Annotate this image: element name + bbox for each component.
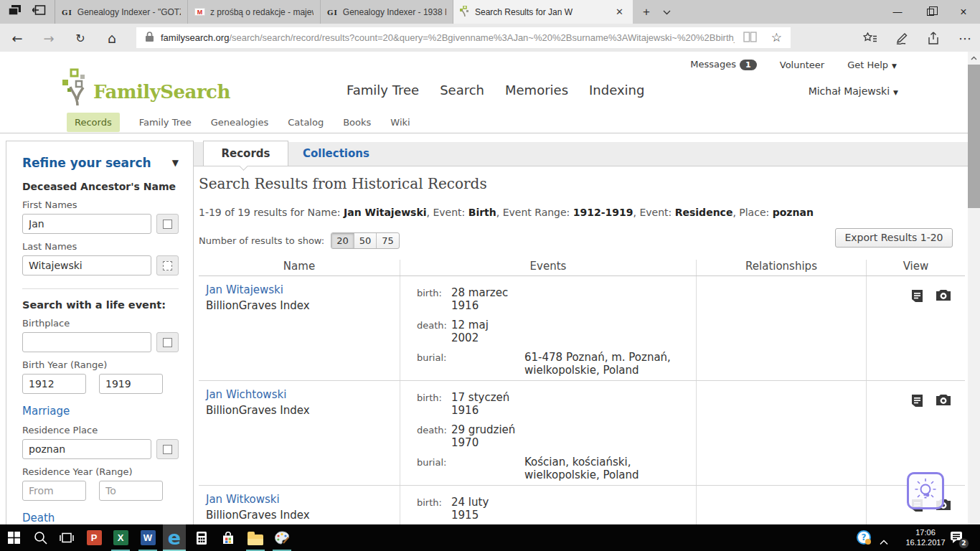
per-page-50[interactable]: 50 — [354, 233, 377, 248]
residence-place-exact-checkbox[interactable] — [156, 439, 179, 459]
taskbar-powerpoint-icon[interactable]: P — [85, 524, 103, 551]
tab-gmail[interactable]: M z prośbą o redakcje - majew — [188, 0, 321, 24]
nav-indexing[interactable]: Indexing — [589, 83, 644, 98]
birthplace-exact-checkbox[interactable] — [156, 332, 179, 352]
scrollbar-thumb[interactable] — [968, 65, 980, 208]
familysearch-favicon — [460, 6, 470, 19]
web-note-pen-icon[interactable] — [894, 30, 910, 46]
tab-preview-chevron-icon[interactable] — [663, 8, 671, 17]
result-name-link[interactable]: Jan Witajewski — [206, 283, 395, 296]
per-page-options: 20 50 75 — [331, 232, 400, 249]
residence-year-to-input[interactable] — [99, 481, 163, 501]
taskbar-calculator-icon[interactable] — [192, 524, 211, 551]
marriage-link[interactable]: Marriage — [22, 405, 179, 418]
task-view-icon[interactable] — [57, 524, 76, 551]
view-record-icon[interactable] — [910, 289, 924, 306]
volunteer-link[interactable]: Volunteer — [780, 60, 824, 70]
nav-family-tree[interactable]: Family Tree — [347, 83, 419, 98]
familysearch-logo[interactable]: FamilySearch — [62, 67, 230, 106]
nav-search[interactable]: Search — [440, 83, 484, 98]
tray-clock[interactable]: 17:06 16.12.2017 — [898, 528, 953, 547]
death-link[interactable]: Death — [22, 512, 179, 524]
taskbar-store-icon[interactable] — [219, 524, 237, 551]
home-button[interactable]: ⌂ — [103, 29, 121, 47]
extension-lightbulb-overlay[interactable] — [907, 472, 944, 509]
first-names-label: First Names — [22, 199, 179, 210]
start-button[interactable] — [4, 524, 23, 551]
url-field[interactable]: familysearch.org /search/search/record/r… — [136, 27, 791, 48]
scroll-up-arrow-icon[interactable] — [968, 52, 980, 64]
tab-records[interactable]: Records — [203, 141, 288, 166]
results-area: Records Collections Search Results from … — [194, 141, 968, 524]
utility-nav: Messages1 Volunteer Get Help▼ — [690, 59, 897, 70]
more-options-icon[interactable]: ⋯ — [957, 30, 973, 46]
collapse-panel-chevron-icon[interactable]: ▼ — [172, 158, 179, 168]
export-results-button[interactable]: Export Results 1-20 — [835, 228, 953, 248]
subnav-books[interactable]: Books — [343, 117, 371, 128]
view-image-icon[interactable] — [936, 394, 951, 410]
last-names-exact-checkbox[interactable] — [156, 255, 179, 276]
per-page-20[interactable]: 20 — [331, 233, 354, 248]
taskbar-search-icon[interactable] — [31, 524, 50, 551]
birth-year-to-input[interactable] — [99, 374, 163, 394]
tab-collections[interactable]: Collections — [303, 147, 369, 160]
get-help-menu[interactable]: Get Help▼ — [847, 60, 897, 70]
table-row: Jan Witkowski BillionGraves Index birth:… — [199, 486, 965, 524]
result-name-link[interactable]: Jan Wichtowski — [206, 388, 395, 401]
taskbar-word-icon[interactable]: W — [138, 524, 157, 551]
taskbar-edge-icon[interactable]: e — [165, 524, 184, 551]
familysearch-page: FamilySearch Family Tree Search Memories… — [0, 52, 980, 524]
messages-link[interactable]: Messages1 — [690, 59, 756, 70]
last-names-input[interactable] — [22, 255, 151, 276]
page-scrollbar[interactable] — [968, 52, 980, 524]
first-names-input[interactable] — [22, 214, 151, 234]
subnav-records[interactable]: Records — [67, 113, 120, 132]
taskbar-excel-icon[interactable]: X — [111, 524, 130, 551]
reading-view-icon[interactable] — [743, 32, 757, 44]
residence-year-from-input[interactable] — [22, 481, 86, 501]
user-menu[interactable]: Michał Majewski▼ — [809, 85, 898, 97]
tab-close-icon[interactable]: ✕ — [613, 6, 626, 17]
restore-button[interactable] — [914, 0, 947, 24]
view-image-icon[interactable] — [936, 289, 951, 305]
taskbar-paint-icon[interactable] — [273, 524, 291, 551]
tray-show-hidden-icons[interactable] — [880, 534, 888, 548]
sub-nav: Records Family Tree Genealogies Catalog … — [0, 111, 968, 133]
tabs-set-aside-icon[interactable] — [32, 5, 46, 19]
browser-tab-bar: GI Genealogy Indexer - "GOTZ M z prośbą … — [0, 0, 980, 24]
birth-year-from-input[interactable] — [22, 374, 86, 394]
column-view: View — [866, 260, 965, 276]
first-names-exact-checkbox[interactable] — [156, 214, 179, 234]
tab-search-results-active[interactable]: Search Results for Jan W ✕ — [453, 0, 633, 24]
tray-help-icon[interactable]: ? — [857, 530, 871, 545]
subnav-genealogies[interactable]: Genealogies — [211, 117, 268, 128]
genealogy-indexer-favicon: GI — [62, 7, 72, 17]
share-icon[interactable] — [925, 30, 941, 46]
tab-genealogy-indexer-1[interactable]: GI Genealogy Indexer - "GOTZ — [55, 0, 188, 24]
table-row: Jan Wichtowski BillionGraves Index birth… — [199, 381, 965, 486]
tab-genealogy-indexer-2[interactable]: GI Genealogy Indexer - 1938 E — [321, 0, 453, 24]
set-aside-tabs-icon[interactable] — [9, 5, 21, 19]
taskbar-file-explorer-icon[interactable] — [246, 524, 265, 551]
back-button[interactable]: ← — [9, 29, 26, 47]
hub-favorites-icon[interactable] — [862, 30, 878, 46]
summary-name: Jan Witajewski — [344, 207, 427, 218]
results-summary: 1-19 of 19 results for Name: Jan Witajew… — [199, 207, 814, 218]
subnav-family-tree[interactable]: Family Tree — [139, 117, 192, 128]
residence-year-label: Residence Year (Range) — [22, 466, 179, 477]
close-window-button[interactable]: × — [947, 0, 980, 24]
view-record-icon[interactable] — [910, 394, 924, 410]
favorite-star-icon[interactable]: ☆ — [771, 30, 782, 45]
new-tab-button[interactable]: + — [643, 5, 650, 19]
residence-place-input[interactable] — [22, 439, 151, 459]
subnav-catalog[interactable]: Catalog — [288, 117, 324, 128]
forward-button[interactable]: → — [40, 29, 57, 47]
column-events: Events — [400, 260, 696, 276]
subnav-wiki[interactable]: Wiki — [390, 117, 410, 128]
refresh-button[interactable]: ↻ — [72, 29, 89, 47]
birthplace-input[interactable] — [22, 332, 151, 352]
minimize-button[interactable]: — — [881, 0, 914, 24]
result-name-link[interactable]: Jan Witkowski — [206, 493, 395, 506]
per-page-75[interactable]: 75 — [377, 233, 399, 248]
nav-memories[interactable]: Memories — [505, 83, 568, 98]
